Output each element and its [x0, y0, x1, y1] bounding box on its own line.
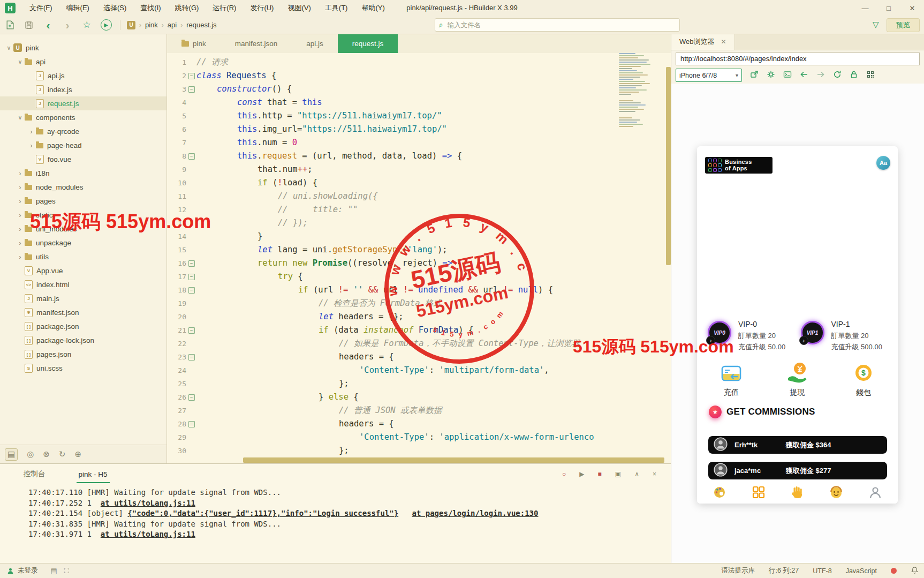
code-line[interactable]: 4const that = this — [167, 96, 671, 109]
tree-closed-arrow-icon[interactable]: › — [16, 169, 25, 177]
code-line[interactable]: 16−return new Promise((resolve, reject) … — [167, 257, 671, 270]
tree-open-arrow-icon[interactable]: ∨ — [16, 114, 25, 121]
bell-icon[interactable] — [911, 566, 919, 576]
console-log-link[interactable]: {"code":0,"data":{"user_id":1117},"info"… — [127, 509, 398, 517]
tree-item-api.js[interactable]: Japi.js — [0, 69, 166, 82]
code-line[interactable]: 18−if (url != '' && url != undefined && … — [167, 283, 671, 297]
menu-item[interactable]: 运行(R) — [213, 3, 236, 13]
tree-item-static[interactable]: ›static — [0, 208, 166, 222]
code-line[interactable]: 26−} else { — [167, 391, 671, 404]
fold-marker[interactable]: − — [186, 257, 196, 270]
tree-item-index.html[interactable]: <>index.html — [0, 277, 166, 291]
tree-item-pages[interactable]: ›pages — [0, 194, 166, 208]
code-line[interactable]: 11// uni.showLoading({ — [167, 190, 671, 203]
device-selector[interactable]: iPhone 6/7/8 ▾ — [676, 69, 742, 82]
browser-tab[interactable]: Web浏览器 ✕ — [671, 34, 735, 50]
file-search-input[interactable] — [446, 21, 676, 29]
tree-closed-arrow-icon[interactable]: › — [27, 141, 36, 149]
console-tab-pink-h5[interactable]: pink - H5 — [77, 466, 110, 483]
code-line[interactable]: 25}; — [167, 377, 671, 391]
menu-item[interactable]: 查找(I) — [140, 3, 161, 13]
menu-item[interactable]: 帮助(Y) — [361, 3, 384, 13]
fold-marker[interactable]: − — [186, 82, 196, 96]
horizontal-scrollbar-thumb[interactable] — [243, 457, 664, 463]
code-line[interactable]: 27// 普通 JSON 或表单数据 — [167, 404, 671, 417]
editor-tab-api.js[interactable]: api.js — [292, 34, 338, 53]
smiley-support-icon[interactable] — [829, 485, 844, 502]
console-label[interactable]: 控制台 — [24, 469, 46, 479]
editor-tab-manifest.json[interactable]: manifest.json — [221, 34, 292, 53]
panel-layout-icon[interactable]: ▤ — [51, 567, 57, 575]
new-file-button[interactable] — [0, 18, 19, 33]
tree-closed-arrow-icon[interactable]: › — [16, 183, 25, 191]
language-switch-badge[interactable]: Aa — [876, 156, 890, 170]
file-explorer-icon[interactable]: ▤ — [5, 448, 18, 461]
tree-open-arrow-icon[interactable]: ∨ — [4, 44, 13, 51]
tree-item-uni_modules[interactable]: ›uni_modules — [0, 222, 166, 236]
tree-item-uni.scss[interactable]: Suni.scss — [0, 361, 166, 375]
action-提現[interactable]: 提現 — [786, 362, 809, 397]
menu-item[interactable]: 跳转(G) — [175, 3, 199, 13]
code-line[interactable]: 9that.num++; — [167, 163, 671, 176]
tree-item-pink[interactable]: ∨Upink — [0, 41, 166, 55]
fold-collapse-icon[interactable]: − — [188, 260, 195, 267]
breadcrumb-item[interactable]: pink — [145, 21, 158, 29]
action-充值[interactable]: 充值 — [719, 362, 743, 397]
code-line[interactable]: 24'Content-Type': 'multipart/form-data', — [167, 364, 671, 377]
save-button[interactable] — [19, 18, 39, 33]
lock-icon[interactable] — [850, 70, 858, 81]
status-627[interactable]: 行:6 列:27 — [769, 566, 799, 575]
fold-collapse-icon[interactable]: − — [188, 354, 195, 361]
breadcrumb-item[interactable]: request.js — [186, 21, 216, 29]
plugins-icon[interactable]: ⊕ — [74, 449, 81, 459]
console-log-link[interactable]: at utils/toLang.js:11 — [101, 499, 195, 507]
code-line[interactable]: 1// 请求 — [167, 56, 671, 69]
minimize-button[interactable]: — — [853, 0, 877, 16]
fold-marker[interactable]: − — [186, 270, 196, 283]
run-icon[interactable]: ▶ — [579, 470, 584, 478]
devtools-gear-icon[interactable] — [767, 70, 775, 81]
fold-collapse-icon[interactable]: − — [188, 153, 195, 160]
code-line[interactable]: 12// title: "" — [167, 203, 671, 216]
tree-item-ay-qrcode[interactable]: ›ay-qrcode — [0, 124, 166, 138]
fold-collapse-icon[interactable]: − — [188, 287, 195, 294]
fold-marker[interactable]: − — [186, 324, 196, 337]
tree-item-index.js[interactable]: Jindex.js — [0, 82, 166, 96]
tree-item-api[interactable]: ∨api — [0, 55, 166, 69]
fold-marker[interactable]: − — [186, 69, 196, 82]
run-button[interactable]: ▶ — [96, 18, 116, 33]
editor-tab-request.js[interactable]: request.js — [338, 34, 398, 53]
maximize-button[interactable]: □ — [877, 0, 900, 16]
close-button[interactable]: ✕ — [900, 0, 924, 16]
code-line[interactable]: 5this.http = "https://511.haiwaiym17.top… — [167, 109, 671, 123]
fold-collapse-icon[interactable]: − — [188, 274, 195, 280]
menu-item[interactable]: 文件(F) — [29, 3, 52, 13]
bookmark-star-button[interactable]: ☆ — [77, 18, 96, 33]
horizontal-scrollbar[interactable] — [243, 457, 664, 463]
breadcrumb-item[interactable]: api — [168, 21, 177, 29]
code-line[interactable]: 8−this.request = (url, method, data, loa… — [167, 149, 671, 163]
vip-card-VIP-0[interactable]: VIP0♪VIP-0訂單數量 20充值升級 50.00 — [708, 319, 801, 352]
menu-item[interactable]: 编辑(E) — [66, 3, 89, 13]
tree-item-App.vue[interactable]: VApp.vue — [0, 264, 166, 277]
console-log-link[interactable]: at pages/login/login.vue:130 — [412, 509, 538, 517]
code-line[interactable]: 13// }); — [167, 216, 671, 230]
menu-item[interactable]: 选择(S) — [103, 3, 126, 13]
fold-marker[interactable]: − — [186, 149, 196, 163]
fold-collapse-icon[interactable]: − — [188, 86, 195, 93]
open-window-icon[interactable]: ▣ — [615, 470, 621, 478]
tree-item-unpackage[interactable]: ›unpackage — [0, 236, 166, 250]
vertical-scrollbar-thumb[interactable] — [666, 67, 671, 265]
fold-collapse-icon[interactable]: − — [188, 73, 195, 79]
code-line[interactable]: 17−try { — [167, 270, 671, 283]
tree-item-utils[interactable]: ›utils — [0, 250, 166, 264]
menu-item[interactable]: 视图(V) — [287, 3, 310, 13]
code-line[interactable]: 19// 检查是否为 FormData 格式 — [167, 297, 671, 310]
url-input[interactable] — [676, 52, 920, 65]
profile-icon[interactable] — [868, 485, 883, 502]
vip-card-VIP-1[interactable]: VIP1♪VIP-1訂單數量 20充值升級 500.00 — [801, 319, 894, 352]
code-line[interactable]: 14} — [167, 230, 671, 243]
qr-code-icon[interactable] — [866, 70, 875, 81]
stop-icon[interactable]: ■ — [598, 470, 602, 478]
status-UTF8[interactable]: UTF-8 — [813, 567, 831, 575]
